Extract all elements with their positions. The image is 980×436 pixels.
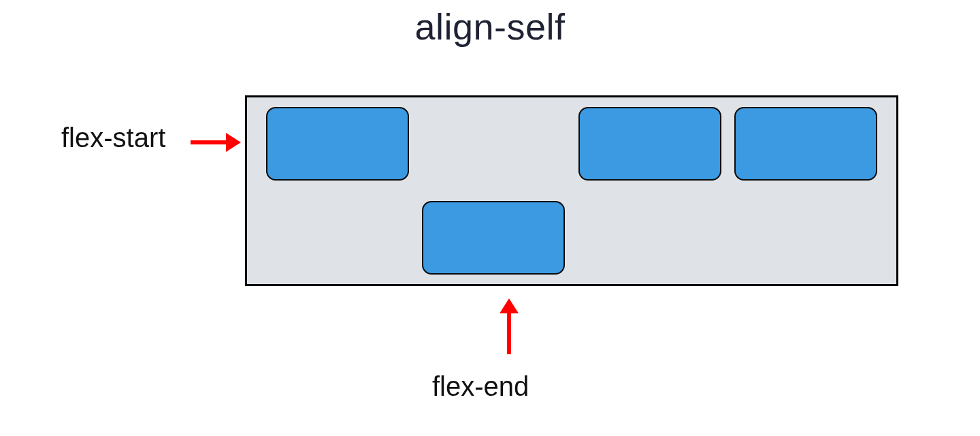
diagram-stage: align-self flex-start flex-end bbox=[0, 0, 980, 436]
arrow-head bbox=[226, 133, 241, 152]
arrow-shaft bbox=[507, 313, 511, 354]
flex-item-1 bbox=[266, 107, 409, 181]
diagram-title: align-self bbox=[0, 5, 980, 48]
arrow-head bbox=[500, 298, 519, 313]
flex-end-label: flex-end bbox=[432, 371, 529, 402]
flex-item-3 bbox=[578, 107, 721, 181]
arrow-up-icon bbox=[500, 298, 519, 354]
flex-item-4 bbox=[734, 107, 877, 181]
arrow-right-icon bbox=[191, 133, 241, 152]
flex-start-label: flex-start bbox=[61, 123, 165, 153]
flex-container bbox=[245, 95, 898, 286]
flex-item-2 bbox=[422, 201, 565, 275]
arrow-shaft bbox=[191, 140, 226, 144]
